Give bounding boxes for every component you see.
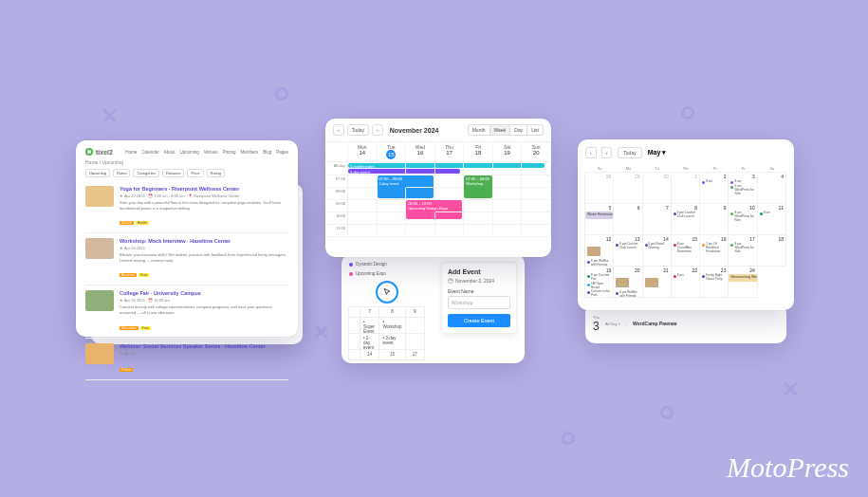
time-cell[interactable] <box>464 225 493 237</box>
nav-item[interactable]: Pages <box>276 150 288 155</box>
time-cell[interactable] <box>435 225 465 237</box>
month-cell[interactable]: 167 pm LF Breakfast Fundraiser <box>699 234 729 267</box>
month-event[interactable]: 6 pm Crochet Club Launch <box>616 243 639 250</box>
multi-day-band[interactable]: Winter Renaissance Fair <box>585 212 614 219</box>
time-cell[interactable] <box>406 188 435 200</box>
month-grid[interactable]: SuMoTuWeThFrSa282930128 am38 am9 am Word… <box>585 164 786 298</box>
month-cell[interactable]: 196 pm Crochet Fair1M Open HouseConcert … <box>584 266 614 298</box>
month-cell[interactable]: 7 <box>642 203 672 235</box>
nav-item[interactable]: Blog <box>263 150 271 155</box>
month-cell[interactable]: 158 am CarrotMan Downtown <box>671 234 700 267</box>
time-cell[interactable] <box>435 212 465 225</box>
view-list[interactable]: List <box>526 124 544 136</box>
list-item[interactable]: Webinar: Social Services Speaker Series … <box>85 339 288 380</box>
time-cell[interactable]: 07:00 – 08:00 2-day event <box>378 175 407 188</box>
mini-event[interactable]: • Super Event <box>360 317 379 334</box>
prev-button[interactable]: ‹ <box>333 124 344 136</box>
month-cell[interactable]: 206 pm Waffles with Friends <box>613 266 642 298</box>
allday-cell[interactable]: 1-month event 4-day event <box>348 162 378 175</box>
view-month[interactable]: Month <box>468 124 490 136</box>
month-event[interactable]: 6 pm Crochet Club Launch <box>674 212 697 219</box>
month-event[interactable]: 6 pm Board Gaming <box>645 243 669 250</box>
next-button[interactable]: › <box>372 124 383 136</box>
time-cell[interactable] <box>435 188 465 200</box>
month-cell[interactable]: 28 am <box>699 172 729 204</box>
nav-item[interactable]: Calendar <box>141 150 158 155</box>
time-cell[interactable] <box>522 225 551 237</box>
month-cell[interactable]: 18 <box>757 234 786 267</box>
time-cell[interactable] <box>522 200 551 212</box>
month-cell[interactable]: 178 am WordPress for Kids <box>728 234 757 267</box>
create-event-button[interactable]: Create Event <box>448 314 510 327</box>
time-cell[interactable] <box>378 225 407 237</box>
time-cell[interactable] <box>493 200 523 212</box>
filter-chip[interactable]: Upcoming <box>85 169 110 177</box>
month-cell[interactable]: 146 pm Board Gaming <box>642 234 672 267</box>
filter-bar[interactable]: UpcomingDatesCategoriesDistancePriceRati… <box>85 169 288 177</box>
day-event[interactable]: WordCamp Pawnee <box>633 321 677 326</box>
month-title[interactable]: May ▾ <box>648 149 667 156</box>
day-header[interactable]: Sat19 <box>493 142 523 162</box>
time-cell[interactable] <box>348 212 378 225</box>
time-cell[interactable] <box>348 188 378 200</box>
day-header[interactable]: Sun20 <box>522 142 551 162</box>
month-cell[interactable]: 28 <box>584 172 614 204</box>
nav-item[interactable]: Upcoming <box>179 150 198 155</box>
mini-event[interactable]: • 3-day event <box>379 333 405 350</box>
month-event[interactable]: 9 am WordPress for Kids <box>730 185 754 196</box>
month-event[interactable]: 8 am <box>760 212 784 215</box>
filter-chip[interactable]: Dates <box>113 169 130 177</box>
week-grid[interactable]: Mon14Tue15Wed16Thu17Fri18Sat19Sun20All-d… <box>325 142 551 237</box>
time-cell[interactable] <box>435 200 465 212</box>
time-cell[interactable] <box>348 225 378 237</box>
month-cell[interactable]: 30 <box>642 172 672 204</box>
time-cell[interactable] <box>378 200 407 212</box>
list-item[interactable]: College Fair · University Campus ★ Apr 2… <box>85 285 288 338</box>
day-header[interactable]: Thu17 <box>435 142 465 162</box>
time-cell[interactable] <box>406 212 435 225</box>
month-cell[interactable]: 126 pm Waffles with Friends <box>584 234 614 267</box>
top-nav[interactable]: HomeCalendarAboutUpcomingVenuesPricingMe… <box>125 150 288 155</box>
time-cell[interactable] <box>464 212 493 225</box>
today-button[interactable]: Today <box>618 147 641 158</box>
time-cell[interactable] <box>406 175 435 188</box>
time-cell[interactable] <box>464 188 493 200</box>
allday-cell[interactable] <box>406 162 435 175</box>
allday-cell[interactable] <box>435 162 465 175</box>
view-week[interactable]: Week <box>489 124 511 136</box>
month-event[interactable]: 8 pm <box>674 274 697 278</box>
time-cell[interactable] <box>464 200 493 212</box>
list-item[interactable]: Yoga for Beginners · Riverpoint Wellness… <box>85 181 288 233</box>
nav-item[interactable]: Pricing <box>223 150 236 155</box>
prev-button[interactable]: ‹ <box>585 147 597 158</box>
time-cell[interactable] <box>406 225 435 237</box>
month-cell[interactable]: 86 pm Crochet Club Launch <box>671 203 700 235</box>
multi-day-band[interactable]: Homecoming Weekend <box>729 274 757 282</box>
time-cell[interactable] <box>493 212 523 225</box>
mini-event[interactable]: • 2-day event <box>360 333 379 350</box>
time-cell[interactable]: 08:00 – 10:00 Upcoming Design Expo <box>406 200 435 212</box>
time-cell[interactable] <box>522 175 551 188</box>
filter-chip[interactable]: Price <box>187 169 203 177</box>
view-day[interactable]: Day <box>509 124 527 136</box>
month-cell[interactable]: 29 <box>613 172 642 204</box>
month-event[interactable]: 7 pm LF Breakfast Fundraiser <box>702 243 726 254</box>
next-button[interactable]: › <box>601 147 613 158</box>
nav-item[interactable]: Home <box>125 150 137 155</box>
month-event[interactable]: Concert in the Park <box>587 290 611 298</box>
month-event[interactable]: 6 pm Waffles with Friends <box>616 291 639 298</box>
month-event[interactable]: 8 am WordPress for Kids <box>730 212 754 223</box>
day-header[interactable]: Fri18 <box>464 142 493 162</box>
nav-item[interactable]: About <box>164 150 175 155</box>
month-cell[interactable]: 6 <box>613 203 642 235</box>
view-switcher[interactable]: MonthWeekDayList <box>469 124 544 136</box>
time-cell[interactable] <box>348 175 378 188</box>
month-cell[interactable]: 9 <box>699 203 729 235</box>
month-cell[interactable]: 21 <box>642 266 672 298</box>
today-button[interactable]: Today <box>347 124 369 136</box>
time-cell[interactable] <box>378 212 407 225</box>
time-cell[interactable] <box>348 200 378 212</box>
filter-chip[interactable]: Categories <box>133 169 158 177</box>
event-name-input[interactable]: Workshop <box>448 296 510 309</box>
time-cell[interactable] <box>378 188 407 200</box>
